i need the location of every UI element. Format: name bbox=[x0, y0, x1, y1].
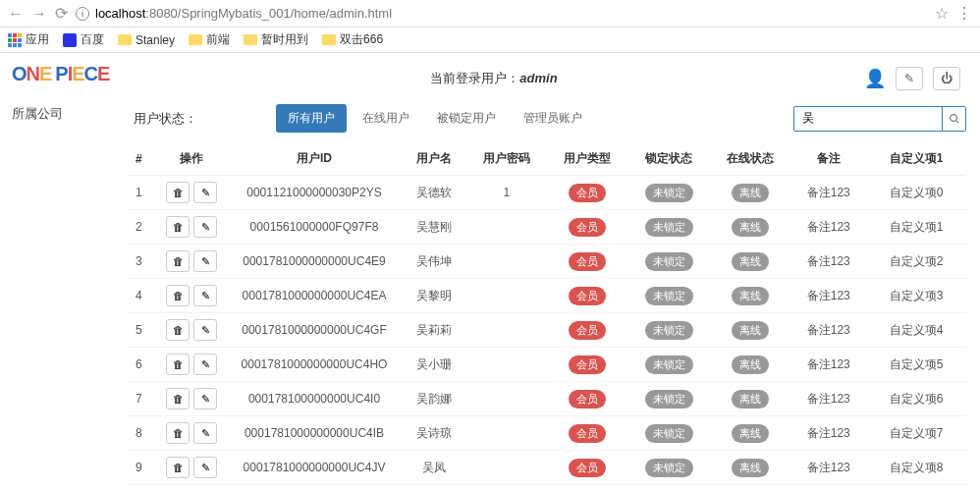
cell-note: 备注123 bbox=[790, 348, 866, 382]
cell-custom: 自定义项3 bbox=[866, 279, 966, 313]
address-bar[interactable]: i localhost:8080/SpringMybatis_001/home/… bbox=[76, 6, 927, 21]
apps-button[interactable]: 应用 bbox=[8, 31, 49, 48]
table-row: 9🗑✎0001781000000000UC4JV吴凤会员未锁定离线备注123自定… bbox=[128, 451, 966, 485]
cell-username: 吴韵娜 bbox=[403, 382, 466, 416]
tab-locked-users[interactable]: 被锁定用户 bbox=[425, 104, 508, 133]
cell-userid: 0001781000000000UC4HO bbox=[226, 348, 403, 382]
cell-username: 吴先奇 bbox=[403, 485, 466, 492]
search-input[interactable] bbox=[794, 108, 942, 130]
tab-admin-users[interactable]: 管理员账户 bbox=[512, 104, 594, 133]
edit-button[interactable]: ✎ bbox=[896, 67, 923, 90]
edit-button[interactable]: ✎ bbox=[193, 354, 217, 375]
delete-button[interactable]: 🗑 bbox=[166, 422, 190, 444]
forward-icon[interactable]: → bbox=[31, 5, 47, 23]
badge-usertype: 会员 bbox=[569, 459, 606, 477]
cell-username: 吴德软 bbox=[403, 176, 466, 210]
cell-custom: 自定义项6 bbox=[866, 382, 966, 416]
search-button[interactable] bbox=[942, 107, 965, 131]
folder-icon bbox=[189, 34, 202, 45]
cell-username: 吴慧刚 bbox=[403, 210, 466, 245]
edit-button[interactable]: ✎ bbox=[193, 250, 217, 272]
table-row: 6🗑✎0001781000000000UC4HO吴小珊会员未锁定离线备注123自… bbox=[128, 348, 966, 382]
row-index: 9 bbox=[128, 451, 157, 485]
status-tabs: 所有用户 在线用户 被锁定用户 管理员账户 bbox=[276, 104, 594, 133]
bookmark-folder[interactable]: 暂时用到 bbox=[244, 31, 308, 48]
row-index: 8 bbox=[128, 416, 157, 451]
cell-password: 1 bbox=[466, 176, 547, 210]
info-icon[interactable]: i bbox=[76, 7, 89, 21]
cell-userid: 000178100000000UC4I0 bbox=[226, 382, 403, 416]
search-box bbox=[793, 106, 966, 132]
edit-button[interactable]: ✎ bbox=[193, 319, 217, 341]
cell-note: 备注123 bbox=[790, 176, 866, 210]
top-bar: 当前登录用户：admin 👤 ✎ ⏻ bbox=[128, 53, 966, 98]
cell-userid: 0001781000000000UC4LD bbox=[226, 485, 403, 492]
cell-note: 备注123 bbox=[790, 279, 866, 313]
svg-point-0 bbox=[950, 114, 956, 121]
badge-onlinestatus: 离线 bbox=[732, 355, 769, 374]
table-header: 用户名 bbox=[403, 142, 466, 176]
table-row: 7🗑✎000178100000000UC4I0吴韵娜会员未锁定离线备注123自定… bbox=[128, 382, 966, 416]
row-index: 6 bbox=[128, 348, 157, 382]
delete-button[interactable]: 🗑 bbox=[166, 216, 190, 238]
sidebar: ONE PIECE 所属公司 bbox=[0, 53, 128, 491]
row-index: 2 bbox=[128, 210, 157, 245]
table-header: 备注 bbox=[790, 142, 866, 176]
cell-username: 吴莉莉 bbox=[403, 313, 466, 348]
tab-online-users[interactable]: 在线用户 bbox=[351, 104, 421, 133]
delete-button[interactable]: 🗑 bbox=[166, 285, 190, 306]
cell-username: 吴伟坤 bbox=[403, 245, 466, 279]
back-icon[interactable]: ← bbox=[8, 5, 24, 23]
delete-button[interactable]: 🗑 bbox=[166, 250, 190, 272]
row-index: 7 bbox=[128, 382, 157, 416]
folder-icon bbox=[322, 34, 336, 45]
delete-button[interactable]: 🗑 bbox=[166, 457, 190, 478]
bookmark-folder[interactable]: 双击666 bbox=[322, 31, 383, 48]
cell-userid: 0001781000000000UC4E9 bbox=[226, 245, 403, 279]
edit-button[interactable]: ✎ bbox=[193, 457, 217, 478]
delete-button[interactable]: 🗑 bbox=[166, 182, 190, 203]
cell-custom: 自定义项9 bbox=[866, 485, 966, 492]
bookmark-folder[interactable]: Stanley bbox=[118, 33, 175, 47]
menu-icon[interactable]: ⋮ bbox=[956, 4, 972, 23]
edit-button[interactable]: ✎ bbox=[193, 422, 217, 444]
edit-button[interactable]: ✎ bbox=[193, 182, 217, 203]
tab-all-users[interactable]: 所有用户 bbox=[276, 104, 347, 133]
badge-lockstatus: 未锁定 bbox=[645, 390, 693, 409]
cell-userid: 0001781000000000UC4EA bbox=[226, 279, 403, 313]
badge-lockstatus: 未锁定 bbox=[645, 424, 693, 443]
delete-button[interactable]: 🗑 bbox=[166, 354, 190, 375]
row-index: 3 bbox=[128, 245, 157, 279]
cell-username: 吴小珊 bbox=[403, 348, 466, 382]
bookmark-baidu[interactable]: 百度 bbox=[63, 31, 104, 48]
delete-button[interactable]: 🗑 bbox=[166, 319, 190, 341]
badge-onlinestatus: 离线 bbox=[732, 459, 769, 477]
power-button[interactable]: ⏻ bbox=[933, 67, 960, 90]
table-row: 8🗑✎0001781000000000UC4IB吴诗琼会员未锁定离线备注123自… bbox=[128, 416, 966, 451]
badge-onlinestatus: 离线 bbox=[732, 184, 769, 202]
edit-button[interactable]: ✎ bbox=[193, 285, 217, 306]
reload-icon[interactable]: ⟳ bbox=[55, 4, 68, 23]
badge-lockstatus: 未锁定 bbox=[645, 252, 693, 271]
user-icon[interactable]: 👤 bbox=[864, 68, 886, 89]
filter-label: 用户状态： bbox=[128, 110, 197, 128]
edit-button[interactable]: ✎ bbox=[193, 388, 217, 409]
cell-note: 备注123 bbox=[790, 382, 866, 416]
badge-lockstatus: 未锁定 bbox=[645, 218, 693, 237]
delete-button[interactable]: 🗑 bbox=[166, 388, 190, 409]
logo: ONE PIECE bbox=[12, 63, 128, 85]
cell-note: 备注123 bbox=[790, 416, 866, 451]
sidebar-item-company[interactable]: 所属公司 bbox=[12, 99, 128, 129]
svg-line-1 bbox=[955, 120, 958, 123]
table-header: # bbox=[128, 142, 157, 176]
badge-usertype: 会员 bbox=[569, 287, 606, 305]
bookmark-folder[interactable]: 前端 bbox=[189, 31, 230, 48]
cell-note: 备注123 bbox=[790, 451, 866, 485]
cell-custom: 自定义项7 bbox=[866, 416, 966, 451]
login-info: 当前登录用户：admin bbox=[134, 70, 854, 87]
edit-button[interactable]: ✎ bbox=[193, 216, 217, 238]
table-header: 用户密码 bbox=[466, 142, 547, 176]
badge-usertype: 会员 bbox=[569, 321, 606, 340]
star-icon[interactable]: ☆ bbox=[935, 4, 949, 23]
badge-onlinestatus: 离线 bbox=[732, 252, 769, 271]
